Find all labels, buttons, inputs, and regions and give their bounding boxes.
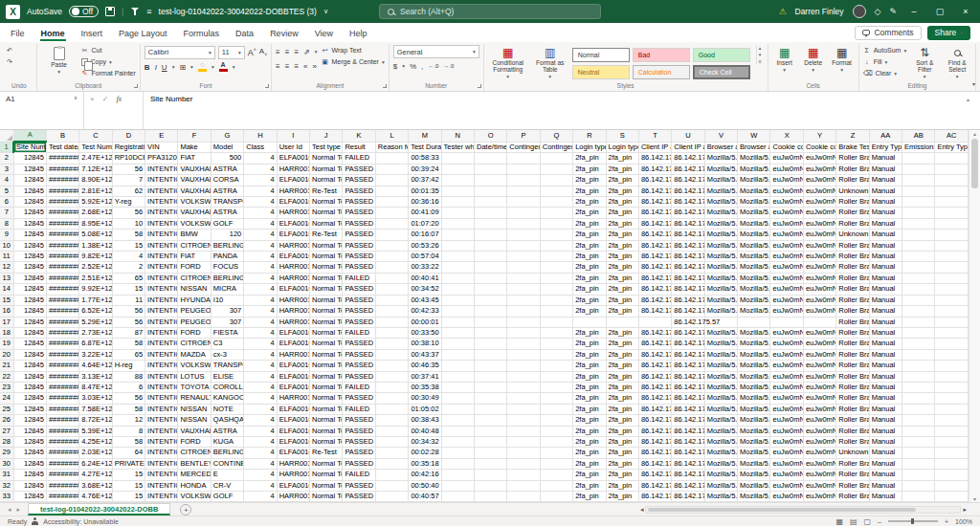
cell-E27[interactable]: INTENTIONA xyxy=(145,426,178,436)
cell-B30[interactable]: ######## xyxy=(46,458,78,469)
cell-Z3[interactable]: Roller Brake xyxy=(836,164,869,174)
cell-U9[interactable]: 86.142.175 xyxy=(672,230,704,240)
cell-AC24[interactable] xyxy=(935,393,969,404)
cell-M4[interactable]: 00:37:42 xyxy=(409,175,441,186)
cell-P6[interactable] xyxy=(507,197,540,208)
cell-H31[interactable]: 4 xyxy=(244,470,277,480)
cell-S6[interactable]: 2fa_pin xyxy=(606,197,638,208)
cell-V25[interactable]: Mozilla/5. xyxy=(704,404,737,414)
cell-J14[interactable]: Normal Test xyxy=(310,284,343,295)
cell-R28[interactable]: 2fa_pin xyxy=(573,436,606,447)
cell-I10[interactable]: HARR0011 xyxy=(277,240,309,251)
cell-Y5[interactable]: euJw0mN xyxy=(803,186,835,196)
cell-A4[interactable]: 12845 xyxy=(13,175,46,186)
style-calculation[interactable]: Calculation xyxy=(633,65,690,79)
cell-G15[interactable]: I10 xyxy=(211,295,243,305)
row-header-25[interactable]: 25 xyxy=(0,404,13,414)
cell-V21[interactable]: Mozilla/5. xyxy=(704,361,737,371)
cell-A27[interactable]: 12845 xyxy=(13,426,46,436)
cell-T8[interactable]: 86.142.175 xyxy=(638,218,671,229)
cell-A22[interactable]: 12845 xyxy=(13,371,46,382)
cell-M16[interactable]: 00:42:33 xyxy=(409,306,441,317)
cell-D10[interactable]: 15 xyxy=(112,240,145,251)
cell-U8[interactable]: 86.142.175 xyxy=(672,218,704,229)
cell-C22[interactable]: 3.13E+12 xyxy=(79,371,112,382)
column-header-I[interactable]: I xyxy=(277,130,309,142)
cell-U4[interactable]: 86.142.175 xyxy=(672,175,704,186)
horizontal-scroll-thumb[interactable] xyxy=(648,508,916,512)
font-dialog-launcher-icon[interactable] xyxy=(265,84,269,88)
cell-A17[interactable]: 12845 xyxy=(13,317,46,327)
cell-S22[interactable]: 2fa_pin xyxy=(606,371,638,382)
tab-review[interactable]: Review xyxy=(269,25,300,41)
cell-F22[interactable]: LOTUS xyxy=(178,371,211,382)
cell-Q1[interactable]: Contingency xyxy=(540,142,572,153)
cell-O21[interactable] xyxy=(474,361,506,371)
tab-formulas[interactable]: Formulas xyxy=(183,25,221,41)
cell-U14[interactable]: 86.142.175 xyxy=(672,284,704,295)
cell-N21[interactable] xyxy=(441,361,474,371)
cell-I7[interactable]: HARR0011 xyxy=(277,208,309,218)
cell-G24[interactable]: KANGOO xyxy=(211,393,243,404)
cell-AB23[interactable] xyxy=(902,382,935,392)
column-header-L[interactable]: L xyxy=(375,130,408,142)
cell-R13[interactable]: 2fa_pin xyxy=(573,273,606,283)
tab-home[interactable]: Home xyxy=(40,25,66,41)
cell-L27[interactable] xyxy=(375,426,408,436)
cell-S19[interactable]: 2fa_pin xyxy=(606,339,638,349)
cell-W31[interactable]: Mozilla/5. xyxy=(738,470,770,480)
cell-O18[interactable] xyxy=(474,327,506,338)
cell-O33[interactable] xyxy=(474,492,506,502)
column-header-AB[interactable]: AB xyxy=(902,130,935,142)
number-dialog-launcher-icon[interactable] xyxy=(478,84,481,88)
cell-T21[interactable]: 86.142.175 xyxy=(638,361,671,371)
cell-A12[interactable]: 12845 xyxy=(13,262,46,273)
cell-P10[interactable] xyxy=(507,240,540,251)
cell-W9[interactable]: Mozilla/5. xyxy=(738,230,770,240)
cell-D30[interactable]: PRIVATE xyxy=(112,458,145,469)
cell-AC6[interactable] xyxy=(935,197,969,208)
cell-T10[interactable]: 86.142.175 xyxy=(638,240,671,251)
cell-AA21[interactable]: Manual xyxy=(869,361,902,371)
cell-W13[interactable]: Mozilla/5. xyxy=(738,273,770,283)
cell-Q5[interactable] xyxy=(540,186,572,196)
cell-N19[interactable] xyxy=(441,339,474,349)
cell-Z25[interactable]: Roller Brake xyxy=(836,404,869,414)
cell-W5[interactable]: Mozilla/5. xyxy=(738,186,770,196)
row-header-21[interactable]: 21 xyxy=(0,361,13,371)
cell-F26[interactable]: NISSAN xyxy=(178,415,211,426)
cell-D7[interactable]: 56 xyxy=(112,208,145,218)
cell-L19[interactable] xyxy=(375,339,408,349)
cell-R22[interactable]: 2fa_pin xyxy=(573,371,606,382)
cell-J17[interactable]: Normal Test xyxy=(310,317,343,327)
cell-I17[interactable]: HARR0011 xyxy=(277,317,309,327)
cell-I18[interactable]: ELFA0010 xyxy=(277,327,309,338)
cell-F23[interactable]: TOYOTA xyxy=(178,382,211,392)
cell-T30[interactable]: 86.142.175 xyxy=(638,458,671,469)
cell-S13[interactable]: 2fa_pin xyxy=(606,273,638,283)
cell-S33[interactable]: 2fa_pin xyxy=(606,492,638,502)
cell-T31[interactable]: 86.142.175 xyxy=(638,470,671,480)
cell-P2[interactable] xyxy=(507,153,540,164)
find-select-button[interactable]: Find & Select ▾ xyxy=(943,45,971,79)
cell-O32[interactable] xyxy=(474,480,506,491)
cell-D33[interactable]: 15 xyxy=(112,492,145,502)
cell-AB2[interactable] xyxy=(902,153,935,164)
cell-C18[interactable]: 2.73E+12 xyxy=(79,327,112,338)
cell-N3[interactable] xyxy=(441,164,474,174)
cell-H18[interactable]: 4 xyxy=(244,327,277,338)
cell-Y20[interactable]: euJw0mN xyxy=(803,349,835,360)
cell-L8[interactable] xyxy=(375,218,408,229)
cell-H28[interactable]: 4 xyxy=(244,436,277,447)
cell-A30[interactable]: 12845 xyxy=(13,458,46,469)
cell-AB6[interactable] xyxy=(902,197,935,208)
tab-view[interactable]: View xyxy=(314,25,334,41)
sheet-nav-right-icon[interactable]: ▸ xyxy=(17,506,21,514)
cell-G20[interactable]: cx-3 xyxy=(211,349,243,360)
format-cells-button[interactable]: ▦ Format ▾ xyxy=(830,45,855,73)
cell-B15[interactable]: ######## xyxy=(46,295,78,305)
row-header-14[interactable]: 14 xyxy=(0,284,13,295)
cell-J5[interactable]: Re-Test xyxy=(310,186,343,196)
cell-K1[interactable]: Result xyxy=(343,142,375,153)
user-name[interactable]: Darren Finley xyxy=(795,7,844,16)
